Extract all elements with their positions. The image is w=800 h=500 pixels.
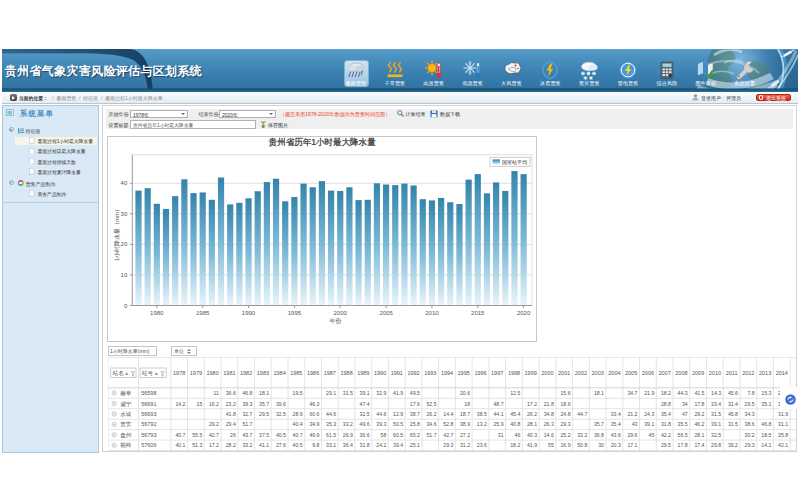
svg-text:44.7: 44.7 (577, 411, 587, 417)
svg-text:55.5: 55.5 (192, 432, 202, 438)
svg-text:24.2: 24.2 (376, 442, 386, 448)
svg-text:34.8: 34.8 (543, 411, 553, 417)
svg-text:1980: 1980 (150, 310, 164, 316)
svg-text:1980: 1980 (206, 371, 218, 377)
svg-text:39.1: 39.1 (359, 390, 369, 396)
svg-text:44.3: 44.3 (677, 390, 687, 396)
svg-text:1999: 1999 (524, 371, 536, 377)
svg-text:36.4: 36.4 (343, 442, 353, 448)
svg-text:2011: 2011 (725, 371, 737, 377)
svg-text:29.5: 29.5 (259, 411, 269, 417)
svg-text:51.7: 51.7 (242, 422, 252, 428)
svg-text:36.6: 36.6 (359, 432, 369, 438)
svg-text:盘州: 盘州 (120, 432, 132, 439)
svg-text:40.4: 40.4 (292, 422, 302, 428)
svg-text:40.5: 40.5 (292, 442, 302, 448)
svg-text:27.6: 27.6 (276, 442, 286, 448)
svg-text:35.4: 35.4 (661, 411, 671, 417)
svg-text:1990: 1990 (374, 371, 386, 377)
svg-text:14.6: 14.6 (543, 432, 553, 438)
svg-text:26.2: 26.2 (426, 411, 436, 417)
svg-text:44.1: 44.1 (493, 411, 503, 417)
svg-text:35.5: 35.5 (677, 422, 687, 428)
svg-text:29.8: 29.8 (711, 442, 721, 448)
svg-text:1997: 1997 (491, 371, 503, 377)
svg-text:1989: 1989 (357, 371, 369, 377)
svg-text:31.5: 31.5 (711, 411, 721, 417)
svg-text:32.5: 32.5 (711, 432, 721, 438)
svg-text:47: 47 (682, 411, 688, 417)
svg-text:50.8: 50.8 (577, 442, 587, 448)
svg-text:41.8: 41.8 (225, 411, 235, 417)
svg-text:24.3: 24.3 (644, 411, 654, 417)
svg-text:38.7: 38.7 (410, 411, 420, 417)
svg-text:1992: 1992 (407, 371, 419, 377)
svg-text:49.9: 49.9 (309, 432, 319, 438)
svg-text:14.2: 14.2 (175, 401, 185, 407)
svg-text:34.3: 34.3 (744, 411, 754, 417)
svg-text:56792: 56792 (141, 422, 156, 428)
svg-text:1990: 1990 (241, 310, 255, 316)
svg-text:56.5: 56.5 (677, 432, 687, 438)
svg-text:19.5: 19.5 (292, 390, 302, 396)
svg-text:2015: 2015 (471, 310, 485, 316)
svg-text:23.2: 23.2 (225, 401, 235, 407)
svg-text:水城: 水城 (120, 411, 132, 417)
svg-text:39.1: 39.1 (711, 422, 721, 428)
svg-text:20: 20 (120, 242, 127, 248)
svg-text:26.2: 26.2 (527, 411, 537, 417)
svg-text:18.5: 18.5 (761, 432, 771, 438)
svg-text:39.3: 39.3 (242, 401, 252, 407)
svg-text:1987: 1987 (323, 371, 335, 377)
svg-text:41.1: 41.1 (259, 442, 269, 448)
svg-text:21.9: 21.9 (644, 390, 654, 396)
svg-text:18: 18 (464, 401, 470, 407)
svg-text:29.2: 29.2 (209, 422, 219, 428)
svg-text:18.2: 18.2 (661, 390, 671, 396)
svg-text:20.6: 20.6 (460, 390, 470, 396)
svg-text:2007: 2007 (658, 371, 670, 377)
svg-text:33.2: 33.2 (343, 422, 353, 428)
svg-text:44.6: 44.6 (376, 411, 386, 417)
svg-text:25.2: 25.2 (560, 432, 570, 438)
svg-text:34.9: 34.9 (309, 422, 319, 428)
svg-text:39.3: 39.3 (376, 422, 386, 428)
svg-text:43.6: 43.6 (610, 432, 620, 438)
svg-text:16.9: 16.9 (560, 442, 570, 448)
svg-text:26.9: 26.9 (343, 432, 353, 438)
svg-text:站名: 站名 (111, 370, 123, 376)
svg-text:1995: 1995 (457, 371, 469, 377)
svg-text:25.9: 25.9 (493, 422, 503, 428)
svg-text:17.2: 17.2 (209, 442, 219, 448)
svg-text:49.6: 49.6 (359, 422, 369, 428)
svg-text:40.7: 40.7 (292, 432, 302, 438)
svg-text:1978: 1978 (173, 371, 185, 377)
svg-text:37.5: 37.5 (259, 432, 269, 438)
svg-text:15: 15 (196, 401, 202, 407)
svg-text:2010: 2010 (425, 310, 439, 316)
svg-text:26: 26 (230, 432, 236, 438)
svg-text:32.7: 32.7 (242, 411, 252, 417)
svg-text:60.6: 60.6 (309, 411, 319, 417)
svg-text:28.1: 28.1 (694, 432, 704, 438)
svg-text:51.3: 51.3 (192, 442, 202, 448)
svg-text:14.3: 14.3 (711, 390, 721, 396)
svg-text:42.1: 42.1 (778, 442, 788, 448)
svg-text:52.8: 52.8 (443, 422, 453, 428)
svg-text:31.2: 31.2 (460, 442, 470, 448)
svg-text:39.4: 39.4 (393, 442, 403, 448)
svg-text:31.5: 31.5 (728, 422, 738, 428)
svg-text:39.6: 39.6 (276, 401, 286, 407)
svg-text:50.5: 50.5 (393, 422, 403, 428)
svg-text:2008: 2008 (675, 371, 687, 377)
svg-text:赫章: 赫章 (120, 390, 132, 396)
svg-text:35.8: 35.8 (778, 432, 788, 438)
svg-text:27.2: 27.2 (460, 432, 470, 438)
svg-text:43.7: 43.7 (242, 432, 252, 438)
svg-text:21.2: 21.2 (627, 411, 637, 417)
svg-text:17.8: 17.8 (677, 442, 687, 448)
svg-text:25.1: 25.1 (410, 442, 420, 448)
svg-text:39.1: 39.1 (644, 422, 654, 428)
svg-text:30: 30 (598, 442, 604, 448)
svg-text:45.8: 45.8 (728, 411, 738, 417)
